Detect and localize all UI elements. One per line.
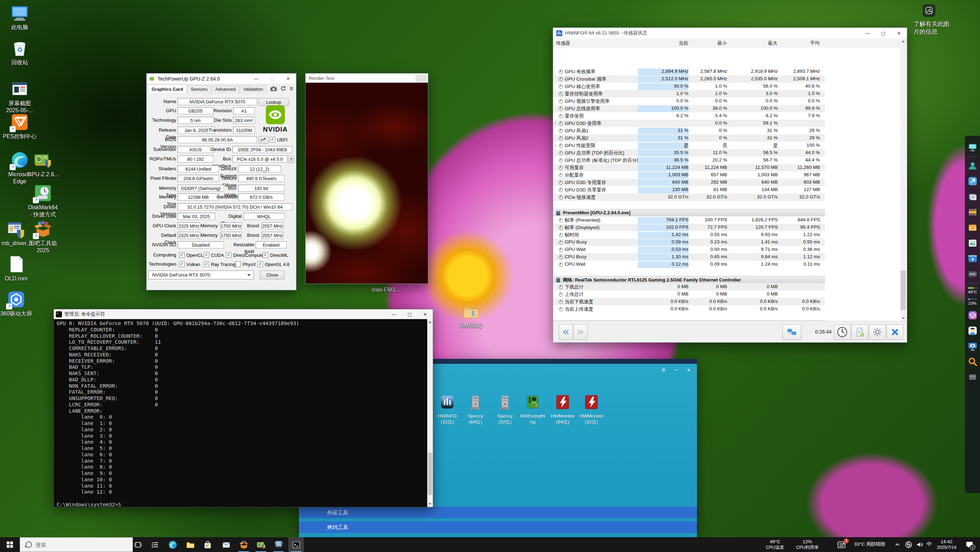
gpuz-value-field[interactable]: 490.9 GTexel/s (238, 175, 285, 182)
cmd-scrollbar[interactable] (427, 319, 433, 507)
expand-arrow-icon[interactable]: › (555, 142, 556, 148)
gpuz-value-field[interactable]: NVIDIA GeForce RTX 5070 (178, 98, 257, 105)
cmd-output-text[interactable]: GPU 0: NVIDIA GeForce RTX 5070 (UUID: GP… (57, 321, 299, 508)
clock-button[interactable] (834, 324, 851, 340)
gpuz-checkbox-directcompute[interactable]: ✓DirectCompute (226, 252, 264, 258)
dock-item-cube[interactable] (967, 310, 978, 321)
dock-item-contacts[interactable] (967, 160, 978, 171)
desktop-icon-pes-control-center[interactable]: ↗PES控制中心 (0, 113, 41, 140)
desktop-icon-recycle-bin[interactable]: ♻回收站 (0, 39, 41, 66)
expand-arrow-icon[interactable]: › (555, 120, 556, 126)
hwinfo-minimize-button[interactable]: — (859, 28, 875, 38)
taskbar-icon-hwinfo[interactable] (271, 537, 286, 552)
gpuz-share-button[interactable] (258, 136, 268, 144)
dock-item-cpu-load-widget[interactable]: 23% (967, 298, 978, 305)
gpuz-gpu-selector[interactable]: NVIDIA GeForce RTX 5070 (148, 271, 254, 279)
sensor-row-gpu-d3d[interactable]: GPU D3D 专用显存640 MB292 MB640 MB603 MB (554, 179, 825, 186)
desktop-icon-screenshot-folder[interactable]: 屏幕截图2025-05-... (0, 80, 41, 114)
gpuz-checkbox-ray-tracing[interactable]: ✓Ray Tracing (204, 261, 235, 268)
hwinfo-maximize-button[interactable]: ▢ (875, 28, 891, 38)
gpuz-value-field[interactable]: 32.0.15.7270 (NVIDIA 572.70) DCH / Win10… (178, 203, 292, 211)
gpuz-value-field[interactable]: PCIe x16 5.0 @ x4 5.0 (232, 155, 287, 163)
dock-item-photos[interactable] (967, 238, 978, 248)
cpu-load-indicator[interactable]: 12% CPU利用率 (791, 539, 824, 550)
sensor-row-gpu-busy[interactable]: GPU Busy0.59 ms0.23 ms1.41 ms0.55 ms (554, 239, 825, 246)
dock-item-drawer[interactable] (967, 222, 978, 233)
dock-item-assistant[interactable] (967, 325, 978, 336)
gpuz-value-field[interactable]: 2325 MHz (178, 222, 200, 230)
taskbar-icon-gpu-z[interactable] (253, 537, 269, 552)
sensor-row-gpu[interactable]: GPU 总线使用率100.0 %38.0 %100.0 %99.9 % (554, 105, 825, 112)
news-widget-icon[interactable]: 3 (837, 541, 847, 549)
desktop-icon-gpu-z-file[interactable]: GPU-Z.2.6... (22, 151, 64, 178)
gpuz-checkbox-directml[interactable]: ✓DirectML (262, 252, 288, 258)
toolbox-minimize-button[interactable]: − (675, 367, 678, 373)
toolbox-bar-stress[interactable]: 烤鸡工具 (299, 522, 697, 533)
desktop-icon-this-pc[interactable]: 此电脑 (0, 3, 41, 31)
sensor-row-presented[interactable]: 帧率 (Presented)704.1 FPS100.7 FPS1,826.2 … (554, 216, 825, 224)
dock-item-winrar[interactable] (967, 207, 978, 217)
gpuz-value-field[interactable]: WHQL (243, 213, 285, 220)
sensor-row-item[interactable]: 下载总计0 MB0 MB0 MB (554, 283, 825, 290)
dock-item-cpu-temp-widget[interactable]: 49°C (967, 287, 978, 294)
sensor-row-cpu-wait[interactable]: CPU Wait0.12 ms0.09 ms1.24 ms0.11 ms (554, 261, 825, 268)
desktop-icon-toolbox-2025[interactable]: ↗图吧工具箱2025 (22, 220, 64, 254)
sensor-row-gpu-d3d[interactable]: ›GPU D3D 使用率0.0 %59.1 % (554, 120, 825, 127)
gpuz-value-field[interactable]: A1 (233, 107, 255, 114)
gpuz-value-field[interactable]: Disabled (178, 241, 224, 248)
hwinfo-exit-button[interactable] (886, 324, 904, 340)
sensor-row-item[interactable]: 可用显存11,224 MB11,224 MB11,570 MB11,260 MB (554, 164, 825, 171)
taskbar-icon-file-explorer[interactable] (183, 537, 198, 552)
gpuz-value-field[interactable]: 10DE 2F04 - 1043 89E6 (232, 146, 292, 153)
cmd-maximize-button[interactable]: ▢ (402, 309, 417, 319)
picture-info-icon[interactable] (923, 4, 935, 17)
taskbar-icon-edge[interactable] (165, 537, 180, 552)
gpuz-value-field[interactable]: 1750 MHz (220, 232, 242, 239)
taskbar-icon-toolbox[interactable] (236, 537, 251, 552)
toolbox-item-rweverythi-ng[interactable]: RWEverything (519, 394, 547, 425)
sensor-row-item[interactable]: 分配显存1,003 MB657 MB1,003 MB967 MB (554, 171, 825, 179)
gpuz-help-button[interactable]: ? (288, 155, 294, 163)
sensor-row-gpu-crossbar[interactable]: GPU Crossbar 频率2,512.0 MHz2,265.0 MHz2,5… (554, 75, 825, 83)
notification-center-icon[interactable]: 1 (965, 541, 974, 549)
dock-item-screen[interactable] (967, 142, 978, 152)
report-button[interactable] (851, 324, 868, 340)
dock-item-box[interactable] (967, 372, 978, 383)
toolbox-menu-icon[interactable]: ≡ (662, 367, 665, 373)
forward-button[interactable] (574, 324, 587, 340)
sensor-row-item[interactable]: 显存使用8.2 %5.4 %8.2 %7.9 % (554, 112, 825, 120)
dock-item-documents[interactable] (967, 191, 978, 202)
sensor-row-gpu[interactable]: GPU 视频引擎使用率0.0 %0.0 %0.0 %0.0 % (554, 97, 825, 105)
scroll-down-icon[interactable] (900, 315, 906, 321)
sensor-row-item[interactable]: 当前下载速度0.0 KB/s0.0 KB/s0.0 KB/s0.0 KB/s (554, 298, 825, 305)
toolbox-item-speccy-32[interactable]: Speccy(32位) (491, 394, 519, 425)
sensor-row-gpu[interactable]: GPU 有效频率2,894.9 MHz2,587.8 MHz2,918.9 MH… (554, 68, 825, 75)
search-input[interactable] (35, 541, 114, 548)
gpuz-value-field[interactable]: 2557 MHz (262, 222, 283, 230)
settings-gear-button[interactable] (869, 324, 886, 340)
sensor-row-item[interactable]: 上传总计0 MB0 MB0 MB (554, 290, 825, 298)
sensor-row-pcie[interactable]: PCIe 链接速度32.0 GT/s32.0 GT/s32.0 GT/s32.0… (554, 193, 825, 201)
taskbar-icon-task-list[interactable] (147, 537, 163, 552)
cmd-minimize-button[interactable]: — (387, 309, 402, 319)
gpuz-value-field[interactable]: 672.0 GB/s (238, 193, 285, 201)
toolbox-item-speccy-64[interactable]: Speccy(64位) (461, 394, 490, 425)
dock-item-share[interactable] (967, 176, 978, 187)
tray-chevron-up-icon[interactable] (893, 541, 902, 549)
dock-item-search-tool[interactable] (967, 356, 978, 367)
gpuz-checkbox-opengl-4-6[interactable]: ✓OpenGL 4.6 (258, 261, 290, 268)
gpuz-close-button[interactable]: Close (260, 271, 285, 279)
sensor-row-gpu-tdp[interactable]: GPU 总功率 [TDP 的百分比]35.5 %11.0 %56.5 %44.0… (554, 149, 825, 156)
sensor-row-gpu-tdp[interactable]: GPU 总功率 (标准化) [TDP 的百分比]36.5 %20.2 %56.7… (554, 156, 825, 164)
cpu-temp-indicator[interactable]: 49°C CPU温度 (759, 539, 791, 550)
desktop-icon-360-driver-master[interactable]: ↗360驱动大师 (0, 290, 37, 317)
cmd-close-button[interactable]: ✕ (417, 309, 433, 319)
sensor-row-gpu-wait[interactable]: GPU Wait0.53 ms0.00 ms9.71 ms0.36 ms (554, 246, 825, 253)
remote-sensors-button[interactable] (783, 324, 801, 340)
start-button[interactable] (0, 537, 20, 552)
gpuz-uefi-checkbox[interactable]: ✓UEFI (270, 136, 288, 143)
gpuz-value-field[interactable]: 192 bit (238, 185, 285, 192)
taskbar-icon-cmd[interactable] (288, 537, 304, 552)
taskbar-icon-task-view[interactable] (130, 537, 146, 552)
gpuz-value-field[interactable]: Enabled (256, 241, 286, 248)
